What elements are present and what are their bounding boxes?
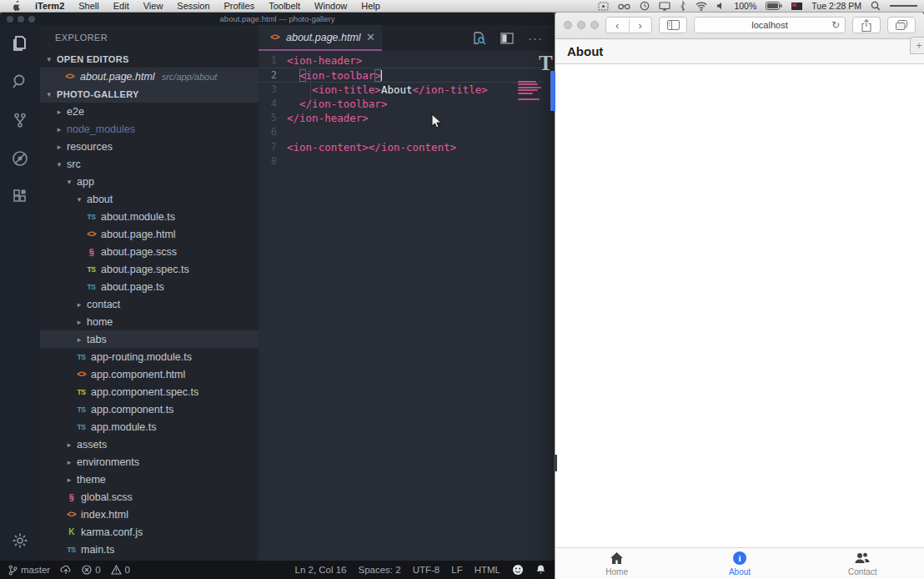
notification-center-icon[interactable] xyxy=(890,4,917,8)
back-button[interactable]: ‹ xyxy=(606,19,630,32)
menu-help[interactable]: Help xyxy=(361,1,380,11)
tab-about[interactable]: i About xyxy=(678,548,801,579)
debug-icon[interactable] xyxy=(10,149,30,169)
tree-folder-contact[interactable]: ▸contact xyxy=(40,295,259,313)
tree-folder-e2e[interactable]: ▸e2e xyxy=(40,103,259,120)
tab-about-page-html[interactable]: <> about.page.html ✕ xyxy=(259,25,382,51)
split-editor-icon[interactable] xyxy=(500,33,514,44)
battery-icon[interactable] xyxy=(766,2,782,10)
language-mode[interactable]: HTML xyxy=(475,565,500,575)
zoom-window-button[interactable] xyxy=(590,21,599,29)
tree-file-app-routing.module.ts[interactable]: TSapp-routing.module.ts xyxy=(40,348,259,365)
search-icon[interactable] xyxy=(10,72,30,92)
tree-folder-assets[interactable]: ▸assets xyxy=(40,436,259,453)
open-editor-item[interactable]: <> about.page.html src/app/about xyxy=(40,68,259,85)
volume-icon[interactable] xyxy=(716,2,725,10)
error-count[interactable]: 0 xyxy=(82,565,100,575)
tree-file-about.page.scss[interactable]: §about.page.scss xyxy=(40,243,259,260)
menu-shell[interactable]: Shell xyxy=(78,1,98,11)
cursor-position[interactable]: Ln 2, Col 16 xyxy=(295,565,347,575)
explorer-icon[interactable] xyxy=(10,33,30,53)
tree-folder-src[interactable]: ▾src xyxy=(40,155,259,173)
code-line-2[interactable]: 2 <ion-toolbar> xyxy=(259,68,555,82)
open-editors-header[interactable]: ▾ OPEN EDITORS xyxy=(40,50,259,68)
tree-file-about.module.ts[interactable]: TSabout.module.ts xyxy=(40,208,259,225)
apple-menu-icon[interactable] xyxy=(12,1,21,11)
menu-session[interactable]: Session xyxy=(177,1,209,11)
menu-edit[interactable]: Edit xyxy=(113,1,129,11)
menu-window[interactable]: Window xyxy=(314,1,347,11)
tree-folder-environments[interactable]: ▸environments xyxy=(40,453,259,471)
airplay-display-icon[interactable] xyxy=(659,2,670,11)
address-bar[interactable]: localhost ↻ xyxy=(694,17,846,33)
code-line-3[interactable]: 3 <ion-title>About</ion-title> xyxy=(259,83,555,97)
menu-iterm2[interactable]: iTerm2 xyxy=(35,1,64,11)
vscode-titlebar[interactable]: about.page.html — photo-gallery xyxy=(0,13,555,25)
minimap[interactable] xyxy=(516,79,543,102)
share-button[interactable] xyxy=(852,17,881,33)
forward-button[interactable]: › xyxy=(630,19,652,32)
eol-setting[interactable]: LF xyxy=(451,565,462,575)
tree-folder-tabs[interactable]: ▸tabs xyxy=(40,330,259,348)
extensions-icon[interactable] xyxy=(10,187,30,207)
code-line-8[interactable]: 8 xyxy=(259,154,555,169)
minimize-window-button[interactable] xyxy=(577,21,585,29)
tree-file-index.html[interactable]: <>index.html xyxy=(40,506,259,523)
code-line-1[interactable]: 1<ion-header> xyxy=(259,53,555,68)
tree-file-about.page.spec.ts[interactable]: TSabout.page.spec.ts xyxy=(40,260,259,278)
close-tab-icon[interactable]: ✕ xyxy=(366,31,375,43)
safari-traffic-lights[interactable] xyxy=(564,21,599,29)
sync-button[interactable] xyxy=(60,564,72,576)
tab-contact[interactable]: Contact xyxy=(801,548,924,579)
tree-folder-app[interactable]: ▾app xyxy=(40,173,259,190)
wifi-icon[interactable] xyxy=(696,2,707,11)
clock-icon[interactable] xyxy=(640,1,650,11)
tree-folder-theme[interactable]: ▸theme xyxy=(40,471,259,488)
code-editor[interactable]: 1<ion-header>2 <ion-toolbar>3 <ion-title… xyxy=(259,51,555,561)
tree-file-karma.conf.js[interactable]: Kkarma.conf.js xyxy=(40,523,259,541)
tree-file-app.component.ts[interactable]: TSapp.component.ts xyxy=(40,400,259,418)
tree-file-about.page.ts[interactable]: TSabout.page.ts xyxy=(40,278,259,295)
source-control-icon[interactable] xyxy=(10,110,30,130)
tree-file-app.component.spec.ts[interactable]: TSapp.component.spec.ts xyxy=(40,383,259,400)
tree-folder-node_modules[interactable]: ▸node_modules xyxy=(40,120,259,138)
new-tab-button[interactable]: + xyxy=(910,37,924,54)
refresh-icon[interactable]: ↻ xyxy=(831,19,840,31)
tree-file-app.component.html[interactable]: <>app.component.html xyxy=(40,365,259,383)
indentation-setting[interactable]: Spaces: 2 xyxy=(359,565,401,575)
code-line-7[interactable]: 7<ion-content></ion-content> xyxy=(259,140,555,154)
git-branch-indicator[interactable]: master xyxy=(8,565,50,576)
tree-folder-resources[interactable]: ▸resources xyxy=(40,138,259,155)
code-line-4[interactable]: 4 </ion-toolbar> xyxy=(259,97,555,111)
tree-file-about.page.html[interactable]: <>about.page.html xyxy=(40,225,259,243)
notifications-bell-icon[interactable] xyxy=(535,564,546,576)
tab-home[interactable]: Home xyxy=(555,548,678,579)
glasses-icon[interactable] xyxy=(618,3,630,10)
tree-file-main.ts[interactable]: TSmain.ts xyxy=(40,541,259,558)
scrollbar-overview-ruler[interactable] xyxy=(544,51,555,561)
menu-toolbelt[interactable]: Toolbelt xyxy=(269,1,300,11)
project-root-header[interactable]: ▾ PHOTO-GALLERY xyxy=(40,85,259,103)
tree-file-app.module.ts[interactable]: TSapp.module.ts xyxy=(40,418,259,436)
screenshot-icon[interactable] xyxy=(598,2,609,11)
menu-profiles[interactable]: Profiles xyxy=(224,1,255,11)
code-line-6[interactable]: 6 xyxy=(259,125,555,139)
open-preview-icon[interactable] xyxy=(472,31,486,45)
dongle-icon[interactable] xyxy=(680,1,686,11)
encoding-setting[interactable]: UTF-8 xyxy=(413,565,440,575)
tree-file-global.scss[interactable]: §global.scss xyxy=(40,488,259,506)
tree-folder-about[interactable]: ▾about xyxy=(40,190,259,208)
menu-view[interactable]: View xyxy=(143,1,163,11)
feedback-smiley-icon[interactable] xyxy=(512,564,524,576)
show-all-tabs-button[interactable] xyxy=(887,17,916,33)
close-window-button[interactable] xyxy=(564,21,572,29)
input-source-flag-icon[interactable] xyxy=(791,3,802,10)
settings-gear-icon[interactable] xyxy=(10,531,30,551)
url-text[interactable]: localhost xyxy=(695,20,845,30)
warning-count[interactable]: 0 xyxy=(111,565,130,575)
code-line-5[interactable]: 5</ion-header> xyxy=(259,111,555,125)
more-actions-icon[interactable]: ··· xyxy=(528,31,543,45)
tree-folder-home[interactable]: ▸home xyxy=(40,313,259,330)
sidebar-toggle-button[interactable] xyxy=(659,17,687,33)
spotlight-icon[interactable] xyxy=(871,1,881,11)
